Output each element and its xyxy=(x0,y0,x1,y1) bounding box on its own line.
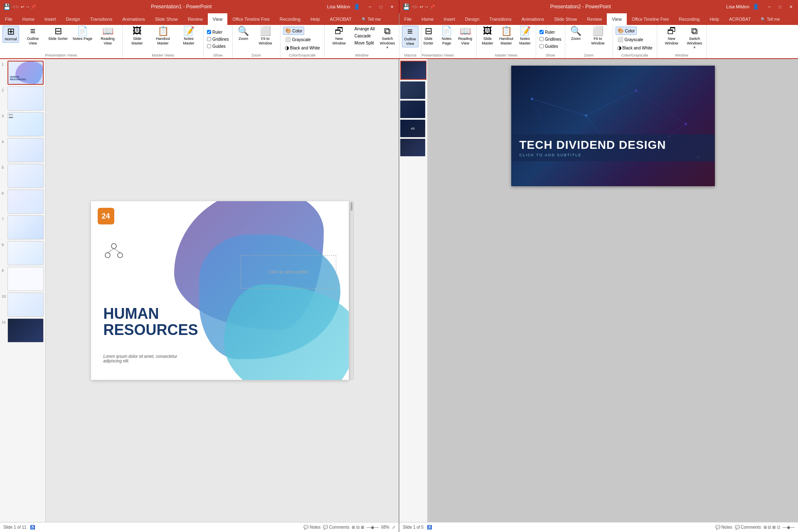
new-window-btn-right[interactable]: 🗗 New Window xyxy=(660,26,684,47)
switch-windows-btn-right[interactable]: ⧉ SwitchWindows ▼ xyxy=(685,26,704,50)
tab-animations-right[interactable]: Animations xyxy=(517,13,549,25)
guides-checkbox-right[interactable]: Guides xyxy=(539,44,559,49)
gridlines-checkbox-right[interactable]: Gridlines xyxy=(539,37,562,42)
outline-view-btn-right[interactable]: ≡ OutlineView xyxy=(402,26,419,47)
main-slide-left[interactable]: 24 xyxy=(91,201,349,380)
slide-subtitle-placeholder[interactable]: Click to add subtitle xyxy=(241,255,336,288)
tab-recording-left[interactable]: Recording xyxy=(275,13,305,25)
tab-animations-left[interactable]: Animations xyxy=(117,13,150,25)
tab-file-left[interactable]: File xyxy=(0,13,17,25)
tab-view-left[interactable]: View xyxy=(208,13,228,25)
thumb-4-right[interactable]: 45 xyxy=(400,120,426,137)
bw-btn-right[interactable]: ◑ Black and White xyxy=(616,44,654,52)
ruler-checkbox-left[interactable]: Ruler xyxy=(206,30,223,35)
zoom-slider-left[interactable]: —◉— xyxy=(367,525,379,530)
tab-acrobat-left[interactable]: ACROBAT xyxy=(325,13,357,25)
tab-transitions-left[interactable]: Transitions xyxy=(85,13,117,25)
close-btn-left[interactable]: ✕ xyxy=(388,3,396,10)
arrange-all-btn-left[interactable]: Arrange All xyxy=(353,26,377,32)
thumb-1-left[interactable]: 1 HUMANRESOURCES xyxy=(2,61,44,85)
window-controls-left[interactable]: ─ □ ✕ xyxy=(367,3,396,10)
tab-insert-right[interactable]: Insert xyxy=(439,13,461,25)
notes-page-btn-left[interactable]: 📄 Notes Page xyxy=(71,26,94,42)
notes-master-btn-left[interactable]: 📝 Notes Master xyxy=(177,26,201,47)
tab-otf-right[interactable]: Office Timeline Free xyxy=(627,13,674,25)
color-btn-right[interactable]: 🎨 Color xyxy=(616,27,637,35)
new-window-btn-left[interactable]: 🗗 New Window xyxy=(327,26,351,47)
minimize-btn-right[interactable]: ─ xyxy=(766,3,773,10)
main-slide-right[interactable]: TECH DIVIDEND DESIGN CLICK TO ADD SUBTIT… xyxy=(511,66,715,186)
notes-btn-right[interactable]: 💬 Notes xyxy=(715,525,732,530)
tab-transitions-right[interactable]: Transitions xyxy=(484,13,516,25)
grayscale-btn-right[interactable]: ⬜ Grayscale xyxy=(616,36,645,43)
zoom-btn-left[interactable]: 🔍 Zoom xyxy=(235,26,252,42)
outline-view-btn-left[interactable]: ≡ Outline View xyxy=(21,26,45,47)
zoom-btn-right[interactable]: 🔍 Zoom xyxy=(568,26,584,42)
tab-otf-left[interactable]: Office Timeline Free xyxy=(227,13,274,25)
thumb-9-left[interactable]: 9 xyxy=(2,267,44,291)
notes-btn-left[interactable]: 💬 Notes xyxy=(303,525,320,530)
thumb-8-left[interactable]: 8 xyxy=(2,241,44,265)
tab-help-left[interactable]: Help xyxy=(305,13,325,25)
tab-design-left[interactable]: Design xyxy=(61,13,85,25)
thumb-6-left[interactable]: 6 xyxy=(2,190,44,214)
thumb-5-right[interactable] xyxy=(400,139,426,156)
thumb-7-left[interactable]: 7 xyxy=(2,215,44,239)
window-controls-right[interactable]: ─ □ ✕ xyxy=(766,3,795,10)
normal-view-btn-left[interactable]: ⊞ Normal xyxy=(2,26,19,43)
tab-tellme-left[interactable]: 🔍 Tell me xyxy=(357,13,386,25)
grayscale-btn-left[interactable]: ⬜ Grayscale xyxy=(283,36,313,43)
minimize-btn-left[interactable]: ─ xyxy=(367,3,374,10)
zoom-slider-right[interactable]: —◉— xyxy=(783,525,795,530)
handout-master-btn-right[interactable]: 📋 HandoutMaster xyxy=(498,26,515,47)
thumb-1-right[interactable] xyxy=(400,61,426,80)
tab-slideshow-left[interactable]: Slide Show xyxy=(150,13,183,25)
reading-view-btn-left[interactable]: 📖 Reading View xyxy=(96,26,120,47)
thumb-2-right[interactable] xyxy=(400,81,426,99)
handout-master-btn-left[interactable]: 📋 Handout Master xyxy=(151,26,175,47)
tab-tellme-right[interactable]: 🔍 Tell me xyxy=(756,13,785,25)
ruler-checkbox-right[interactable]: Ruler xyxy=(539,30,556,35)
thumb-3-left[interactable]: 3 80%■■■□ xyxy=(2,112,44,136)
bw-btn-left[interactable]: ◑ Black and White xyxy=(283,44,322,52)
thumb-5-left[interactable]: 5 xyxy=(2,164,44,188)
comments-btn-right[interactable]: 💬 Comments xyxy=(735,525,761,530)
tab-review-left[interactable]: Review xyxy=(183,13,208,25)
fit-icon-left[interactable]: ⤢ xyxy=(392,525,395,530)
reading-view-btn-right[interactable]: 📖 ReadingView xyxy=(457,26,474,47)
thumb-10-left[interactable]: 10 xyxy=(2,293,44,317)
tab-recording-right[interactable]: Recording xyxy=(674,13,704,25)
slide-master-btn-left[interactable]: 🖼 Slide Master xyxy=(125,26,149,47)
tab-slideshow-right[interactable]: Slide Show xyxy=(549,13,582,25)
fit-window-btn-right[interactable]: ⬜ Fit to Window xyxy=(586,26,610,47)
maximize-btn-left[interactable]: □ xyxy=(377,3,385,10)
tab-help-right[interactable]: Help xyxy=(704,13,724,25)
comments-btn-left[interactable]: 💬 Comments xyxy=(323,525,349,530)
tab-home-left[interactable]: Home xyxy=(17,13,39,25)
thumb-4-left[interactable]: 4 xyxy=(2,138,44,162)
slide-sorter-btn-left[interactable]: ⊟ Slide Sorter xyxy=(47,26,69,42)
thumb-3-right[interactable] xyxy=(400,101,426,118)
gridlines-checkbox-left[interactable]: Gridlines xyxy=(206,37,229,42)
switch-windows-btn-left[interactable]: ⧉ SwitchWindows ▼ xyxy=(378,26,397,50)
tab-view-right[interactable]: View xyxy=(607,13,627,25)
slide-sorter-btn-right[interactable]: ⊟ SlideSorter xyxy=(420,26,437,47)
move-split-btn-left[interactable]: Move Split xyxy=(353,40,377,46)
fit-window-btn-left[interactable]: ⬜ Fit to Window xyxy=(254,26,278,47)
tab-insert-left[interactable]: Insert xyxy=(39,13,61,25)
notes-master-btn-right[interactable]: 📝 NotesMaster xyxy=(517,26,533,47)
tab-acrobat-right[interactable]: ACROBAT xyxy=(724,13,756,25)
slide-title-left[interactable]: HUMANRESOURCES xyxy=(103,305,198,338)
slide-master-btn-right[interactable]: 🖼 SlideMaster xyxy=(479,26,496,47)
tab-home-right[interactable]: Home xyxy=(416,13,438,25)
close-btn-right[interactable]: ✕ xyxy=(787,3,795,10)
thumb-2-left[interactable]: 2 xyxy=(2,86,44,111)
maximize-btn-right[interactable]: □ xyxy=(776,3,784,10)
thumb-11-left[interactable]: 11 xyxy=(2,318,44,342)
cascade-btn-left[interactable]: Cascade xyxy=(353,33,377,39)
tab-design-right[interactable]: Design xyxy=(460,13,484,25)
tab-review-right[interactable]: Review xyxy=(582,13,607,25)
color-btn-left[interactable]: 🎨 Color xyxy=(283,27,305,35)
tab-file-right[interactable]: File xyxy=(399,13,417,25)
notes-page-btn-right[interactable]: 📄 NotesPage xyxy=(438,26,455,47)
